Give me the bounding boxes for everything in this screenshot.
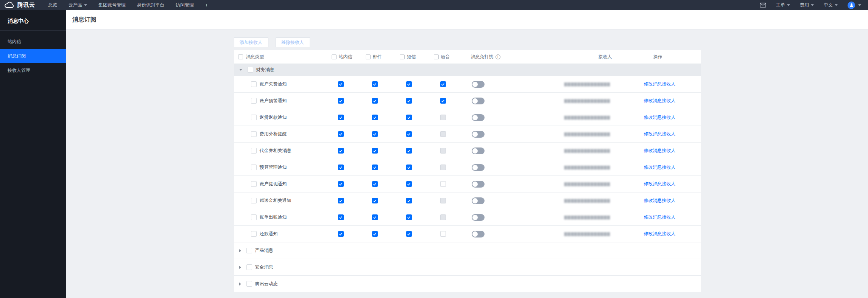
channel-email-checkbox[interactable] [372,148,378,154]
table-row: 账户欠费通知 ▇▇▇▇▇▇▇▇▇▇▇▇▇▇ 修改消息接收人 [234,76,701,92]
topnav-item-4[interactable]: 身份识别平台 [137,2,164,8]
channel-email-checkbox[interactable] [372,165,378,170]
select-all-sms-checkbox[interactable] [400,54,405,59]
row-select-checkbox[interactable] [251,181,257,187]
channel-inbox-checkbox[interactable] [338,165,344,170]
channel-sms-checkbox[interactable] [406,98,412,104]
select-all-inbox-checkbox[interactable] [332,54,337,59]
row-select-checkbox[interactable] [251,115,257,120]
sidebar-item-1[interactable]: 站内信 [0,34,66,49]
subscription-table: 消息类型 站内信邮件短信语音 消息免打扰 i 接收人 操作 [234,50,701,292]
collapse-arrow-icon[interactable] [239,69,242,71]
group-select-checkbox[interactable] [248,67,253,73]
expand-arrow-icon[interactable] [239,266,241,269]
modify-receiver-link[interactable]: 修改消息接收人 [644,81,676,87]
channel-inbox-checkbox[interactable] [338,81,344,87]
channel-email-checkbox[interactable] [372,198,378,203]
modify-receiver-link[interactable]: 修改消息接收人 [644,98,676,104]
channel-sms-checkbox[interactable] [406,214,412,220]
channel-email-checkbox[interactable] [372,81,378,87]
tencent-cloud-logo[interactable]: 腾讯云 [4,2,35,9]
info-icon[interactable]: i [496,54,500,59]
modify-receiver-link[interactable]: 修改消息接收人 [644,181,676,187]
modify-receiver-link[interactable]: 修改消息接收人 [644,164,676,171]
expand-arrow-icon[interactable] [239,282,241,286]
channel-email-checkbox[interactable] [372,98,378,104]
channel-inbox-checkbox[interactable] [338,181,344,187]
group-select-checkbox[interactable] [246,281,252,287]
channel-inbox-checkbox[interactable] [338,148,344,154]
modify-receiver-link[interactable]: 修改消息接收人 [644,147,676,154]
modify-receiver-link[interactable]: 修改消息接收人 [644,214,676,220]
topnav-item-1[interactable]: 总览 [48,2,57,8]
topnav-item-3[interactable]: 集团账号管理 [98,2,126,8]
channel-inbox-checkbox[interactable] [338,98,344,104]
modify-receiver-link[interactable]: 修改消息接收人 [644,197,676,204]
avatar-chevron-down-icon[interactable] [858,4,861,6]
channel-inbox-checkbox[interactable] [338,115,344,120]
channel-voice-checkbox[interactable] [440,231,446,237]
select-all-voice-checkbox[interactable] [434,54,439,59]
remove-receiver-button[interactable]: 移除接收人 [276,37,310,47]
dnd-toggle[interactable] [472,164,485,171]
channel-email-checkbox[interactable] [372,214,378,220]
modify-receiver-link[interactable]: 修改消息接收人 [644,131,676,137]
channel-email-checkbox[interactable] [372,231,378,237]
channel-sms-checkbox[interactable] [406,198,412,203]
dnd-toggle[interactable] [472,197,485,204]
sidebar-item-3[interactable]: 接收人管理 [0,63,66,78]
channel-voice-checkbox[interactable] [440,81,446,87]
channel-inbox-checkbox[interactable] [338,214,344,220]
channel-sms-checkbox[interactable] [406,131,412,137]
topnav-item-5[interactable]: 访问管理 [176,2,194,8]
modify-receiver-link[interactable]: 修改消息接收人 [644,231,676,237]
row-select-checkbox[interactable] [251,148,257,154]
dnd-toggle[interactable] [472,181,485,188]
topnav-item-2[interactable]: 云产品 [69,2,87,8]
channel-sms-checkbox[interactable] [406,231,412,237]
topnav-right-item-1[interactable]: 工单 [776,2,790,8]
topnav-item-6[interactable]: + [205,3,208,8]
channel-sms-checkbox[interactable] [406,81,412,87]
channel-inbox-checkbox[interactable] [338,231,344,237]
channel-sms-checkbox[interactable] [406,165,412,170]
dnd-toggle[interactable] [472,131,485,138]
expand-arrow-icon[interactable] [239,249,241,252]
channel-voice-checkbox[interactable] [440,98,446,104]
row-select-checkbox[interactable] [251,131,257,137]
channel-email-checkbox[interactable] [372,131,378,137]
dnd-toggle[interactable] [472,98,485,104]
add-receiver-button[interactable]: 添加接收人 [234,37,268,47]
dnd-toggle[interactable] [472,81,485,88]
cell-dnd [468,131,563,138]
dnd-toggle[interactable] [472,231,485,237]
group-select-checkbox[interactable] [246,264,252,270]
channel-email-checkbox[interactable] [372,115,378,120]
row-select-checkbox[interactable] [251,98,257,104]
sidebar-item-2[interactable]: 消息订阅 [0,49,66,63]
row-select-checkbox[interactable] [251,165,257,170]
channel-voice-checkbox[interactable] [440,181,446,187]
dnd-toggle[interactable] [472,147,485,154]
row-select-checkbox[interactable] [251,198,257,203]
channel-sms-checkbox[interactable] [406,181,412,187]
user-avatar[interactable] [848,2,855,9]
channel-inbox-checkbox[interactable] [338,131,344,137]
topnav-right-item-3[interactable]: 中文 [824,2,838,8]
dnd-toggle[interactable] [472,214,485,221]
channel-inbox-checkbox[interactable] [338,198,344,203]
modify-receiver-link[interactable]: 修改消息接收人 [644,114,676,121]
cell-channel-inbox [332,115,366,120]
row-select-checkbox[interactable] [251,231,257,237]
dnd-toggle[interactable] [472,114,485,121]
channel-email-checkbox[interactable] [372,181,378,187]
topnav-right-item-2[interactable]: 费用 [800,2,814,8]
group-select-checkbox[interactable] [246,248,252,253]
channel-sms-checkbox[interactable] [406,148,412,154]
mail-icon[interactable] [760,3,766,8]
select-all-checkbox[interactable] [238,54,243,59]
row-select-checkbox[interactable] [251,81,257,87]
channel-sms-checkbox[interactable] [406,115,412,120]
select-all-email-checkbox[interactable] [366,54,371,59]
row-select-checkbox[interactable] [251,214,257,220]
